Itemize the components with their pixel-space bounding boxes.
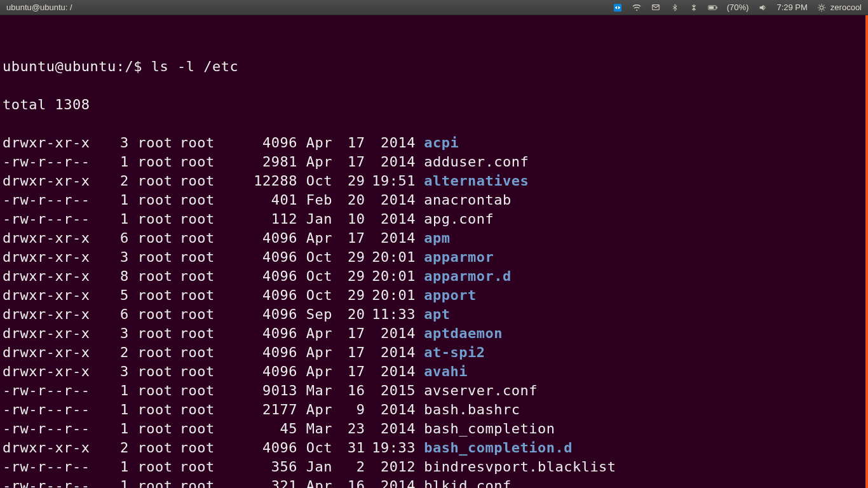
time: 2014 <box>365 191 416 210</box>
day: 29 <box>340 172 365 191</box>
entry-name: aptdaemon <box>416 324 503 343</box>
prompt-sep: : <box>116 58 125 74</box>
list-row: drwxr-xr-x8 rootroot4096 Oct2920:01appar… <box>3 267 865 286</box>
svg-point-8 <box>820 6 823 9</box>
nlink: 1 <box>104 477 129 488</box>
nlink: 1 <box>104 210 129 229</box>
day: 17 <box>340 343 365 362</box>
month: Mar <box>306 381 340 400</box>
entry-name: apm <box>416 229 450 248</box>
owner: root <box>137 362 179 381</box>
list-row: drwxr-xr-x3 rootroot4096 Apr172014avahi <box>3 362 865 381</box>
battery-icon[interactable] <box>708 3 718 13</box>
month: Jan <box>306 210 340 229</box>
list-row: -rw-r--r--1 rootroot45 Mar232014bash_com… <box>3 419 865 438</box>
nlink: 6 <box>104 305 129 324</box>
day: 16 <box>340 477 365 488</box>
time: 2014 <box>365 343 416 362</box>
wifi-icon[interactable] <box>632 3 642 13</box>
group: root <box>180 458 222 477</box>
list-row: drwxr-xr-x2 rootroot4096 Oct3119:33bash_… <box>3 438 865 458</box>
nlink: 1 <box>104 191 129 210</box>
messaging-icon[interactable] <box>651 3 661 13</box>
group: root <box>180 133 222 152</box>
svg-point-3 <box>636 10 637 11</box>
month: Feb <box>306 191 340 210</box>
volume-icon[interactable] <box>757 3 768 13</box>
list-row: drwxr-xr-x5 rootroot4096 Oct2920:01appor… <box>3 286 865 305</box>
list-row: -rw-r--r--1 rootroot2177 Apr92014bash.ba… <box>3 400 865 419</box>
size: 2177 <box>222 400 297 419</box>
month: Apr <box>306 133 340 152</box>
list-row: drwxr-xr-x6 rootroot4096 Sep2011:33apt <box>3 305 865 324</box>
size: 9013 <box>222 381 297 400</box>
month: Mar <box>306 419 340 438</box>
day: 16 <box>340 381 365 400</box>
time: 2014 <box>365 477 416 488</box>
owner: root <box>137 438 179 458</box>
size: 12288 <box>222 172 297 191</box>
owner: root <box>137 229 179 248</box>
nlink: 1 <box>104 419 129 438</box>
owner: root <box>137 248 179 267</box>
svg-line-16 <box>824 4 824 5</box>
scrollbar[interactable] <box>865 15 868 488</box>
owner: root <box>137 210 179 229</box>
bluetooth-icon[interactable] <box>670 3 680 13</box>
size: 112 <box>222 210 297 229</box>
day: 29 <box>340 248 365 267</box>
list-row: -rw-r--r--1 rootroot2981 Apr172014adduse… <box>3 152 865 172</box>
perm: -rw-r--r-- <box>3 191 104 210</box>
terminal[interactable]: ubuntu@ubuntu:/$ ls -l /etc total 1308 d… <box>0 15 868 488</box>
day: 20 <box>340 305 365 324</box>
day: 17 <box>340 324 365 343</box>
perm: drwxr-xr-x <box>3 229 104 248</box>
size: 401 <box>222 191 297 210</box>
username: zerocool <box>831 3 862 12</box>
nlink: 8 <box>104 267 129 286</box>
entry-name: apt <box>416 305 450 324</box>
owner: root <box>137 381 179 400</box>
entry-name: apparmor <box>416 248 494 267</box>
owner: root <box>137 343 179 362</box>
perm: drwxr-xr-x <box>3 324 104 343</box>
month: Oct <box>306 248 340 267</box>
clock[interactable]: 7:29 PM <box>776 3 807 12</box>
owner: root <box>137 152 179 172</box>
entry-name: anacrontab <box>416 191 512 210</box>
svg-rect-7 <box>709 6 714 9</box>
teamviewer-icon[interactable] <box>613 3 623 13</box>
list-row: -rw-r--r--1 rootroot401 Feb202014anacron… <box>3 191 865 210</box>
svg-line-14 <box>824 10 824 10</box>
owner: root <box>137 400 179 419</box>
perm: -rw-r--r-- <box>3 458 104 477</box>
nlink: 1 <box>104 458 129 477</box>
time: 2014 <box>365 210 416 229</box>
session-menu[interactable]: zerocool <box>817 3 864 13</box>
total-line: total 1308 <box>3 95 865 114</box>
list-row: drwxr-xr-x2 rootroot12288 Oct2919:51alte… <box>3 172 865 191</box>
perm: drwxr-xr-x <box>3 286 104 305</box>
time: 2014 <box>365 324 416 343</box>
svg-line-13 <box>818 4 819 5</box>
time: 20:01 <box>365 248 416 267</box>
network-icon[interactable] <box>689 3 699 13</box>
group: root <box>180 477 222 488</box>
nlink: 6 <box>104 229 129 248</box>
group: root <box>180 172 222 191</box>
time: 19:33 <box>365 438 416 458</box>
month: Sep <box>306 305 340 324</box>
perm: -rw-r--r-- <box>3 400 104 419</box>
perm: drwxr-xr-x <box>3 172 104 191</box>
month: Apr <box>306 477 340 488</box>
gear-icon <box>817 3 827 13</box>
perm: -rw-r--r-- <box>3 381 104 400</box>
system-tray: (70%) 7:29 PM zerocool <box>613 3 864 13</box>
entry-name: blkid.conf <box>416 477 512 488</box>
nlink: 1 <box>104 381 129 400</box>
group: root <box>180 152 222 172</box>
size: 45 <box>222 419 297 438</box>
svg-rect-6 <box>716 6 717 8</box>
time: 2015 <box>365 381 416 400</box>
size: 356 <box>222 458 297 477</box>
